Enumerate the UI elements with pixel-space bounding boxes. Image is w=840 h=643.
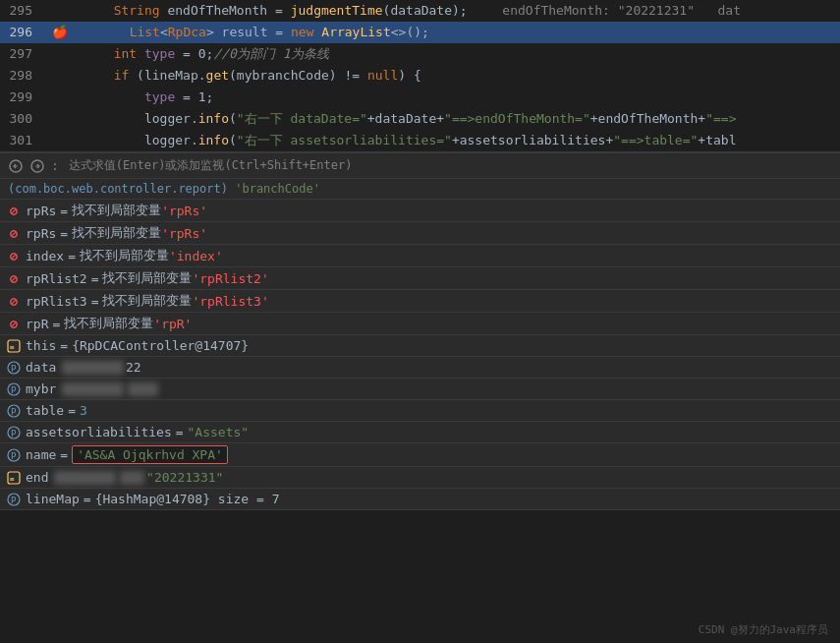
var-value-highlighted: 'AS&A Ojqkrhvd XPA' [72, 445, 228, 464]
var-row-data: P data ████████ 22 [0, 357, 840, 379]
var-row-this: ≡ this = {RpDCAController@14707} [0, 335, 840, 357]
var-name: index [26, 249, 64, 263]
line-number: 301 [0, 130, 44, 151]
var-row-rpRlist3: ⊘ rpRlist3 = 找不到局部变量 'rpRlist3' [0, 290, 840, 313]
error-icon: ⊘ [6, 203, 22, 218]
var-suffix: "20221331" [146, 470, 223, 485]
var-value: 'rpRs' [161, 226, 207, 241]
back-icon[interactable] [8, 158, 24, 174]
var-value: 'index' [169, 249, 223, 263]
var-label: 找不到局部变量 [64, 315, 153, 332]
watermark: CSDN @努力的Java程序员 [699, 622, 828, 637]
p-icon: P [6, 492, 22, 507]
var-label: 找不到局部变量 [102, 269, 192, 287]
code-line-298: 298 if (lineMap.get(mybranchCode) != nul… [0, 65, 840, 87]
code-content: String endOfTheMonth = judgmentTime(data… [44, 0, 840, 22]
blurred-value: ████████ [54, 471, 116, 485]
code-line-295: 295 String endOfTheMonth = judgmentTime(… [0, 0, 840, 22]
this-icon: ≡ [6, 338, 22, 354]
code-content: int type = 0;//0为部门 1为条线 [44, 43, 840, 65]
var-value: 'rpRlist3' [192, 294, 268, 309]
var-row-assets: P assetsorliabilities = "Assets" [0, 422, 840, 443]
context-class: (com.boc.web.controller.report) [8, 182, 228, 196]
var-name: rpRlist3 [26, 294, 87, 309]
var-equals: = [60, 447, 68, 462]
line-number: 300 [0, 108, 44, 130]
code-content: if (lineMap.get(mybranchCode) != null) { [44, 65, 840, 87]
var-value: 'rpRlist2' [192, 271, 268, 286]
p-icon: P [6, 447, 22, 463]
blurred-value: ████████ [62, 361, 124, 375]
code-line-297: 297 int type = 0;//0为部门 1为条线 [0, 43, 840, 65]
line-number: 295 [0, 0, 44, 22]
forward-icon[interactable] [29, 158, 45, 174]
var-name: name [26, 447, 56, 462]
code-content: logger.info("右一下 assetsorliabilities="+a… [44, 130, 840, 151]
line-number: 296 [0, 22, 44, 43]
code-content: type = 1; [44, 87, 840, 108]
variables-panel: ⊘ rpRs = 找不到局部变量 'rpRs' ⊘ rpRs = 找不到局部变量… [0, 200, 840, 510]
svg-text:P: P [11, 429, 17, 438]
var-label: 找不到局部变量 [72, 224, 161, 242]
var-name: data [26, 360, 56, 375]
p-icon: P [6, 403, 22, 419]
var-name: table [26, 403, 64, 418]
var-name: rpR [26, 317, 48, 331]
svg-text:P: P [11, 407, 17, 417]
line-number: 297 [0, 43, 44, 65]
error-icon: ⊘ [6, 293, 22, 309]
code-line-300: 300 logger.info("右一下 dataDate="+dataDate… [0, 108, 840, 130]
var-name: lineMap [26, 492, 80, 506]
error-icon: ⊘ [6, 248, 22, 263]
blurred-value-2: ███ [120, 471, 144, 485]
code-line-299: 299 type = 1; [0, 87, 840, 108]
var-suffix: 22 [126, 360, 141, 375]
code-content: logger.info("右一下 dataDate="+dataDate+"==… [44, 108, 840, 130]
var-row-mybr: P mybr ████████ ████ [0, 379, 840, 400]
svg-text:≡: ≡ [10, 343, 15, 352]
p-icon: P [6, 425, 22, 440]
var-equals: = [68, 403, 76, 418]
code-line-301: 301 logger.info("右一下 assetsorliabilities… [0, 130, 840, 151]
var-equals: = [60, 226, 68, 241]
this-icon: ≡ [6, 470, 22, 486]
var-label: 找不到局部变量 [80, 247, 169, 264]
var-row-name: P name = 'AS&A Ojqkrhvd XPA' [0, 443, 840, 467]
var-value: {HashMap@14708} size = 7 [95, 492, 280, 506]
var-name: rpRs [26, 226, 56, 241]
var-name: assetsorliabilities [26, 425, 172, 439]
svg-text:P: P [11, 496, 17, 505]
blurred-value-2: ████ [128, 382, 158, 396]
var-equals: = [91, 271, 99, 286]
svg-text:≡: ≡ [10, 475, 15, 484]
error-icon: ⊘ [6, 225, 22, 241]
var-row-table: P table = 3 [0, 400, 840, 422]
debug-panel: : 达式求值(Enter)或添加监视(Ctrl+Shift+Enter) (co… [0, 152, 840, 510]
var-equals: = [60, 338, 68, 353]
var-equals: = [84, 492, 91, 506]
var-row-end: ≡ end ████████ ███ "20221331" [0, 467, 840, 489]
line-number: 299 [0, 87, 44, 108]
var-row-rpRlist2: ⊘ rpRlist2 = 找不到局部变量 'rpRlist2' [0, 267, 840, 290]
var-row-linemap: P lineMap = {HashMap@14708} size = 7 [0, 489, 840, 510]
error-icon: ⊘ [6, 270, 22, 286]
var-name: rpRs [26, 204, 56, 218]
var-label: 找不到局部变量 [72, 202, 161, 219]
code-editor: 295 String endOfTheMonth = judgmentTime(… [0, 0, 840, 152]
var-row-index: ⊘ index = 找不到局部变量 'index' [0, 245, 840, 267]
line-number: 298 [0, 65, 44, 87]
code-content: 🍎 List<RpDca> result = new ArrayList<>()… [44, 22, 840, 43]
context-header: (com.boc.web.controller.report) 'branchC… [0, 179, 840, 200]
var-value: {RpDCAController@14707} [72, 338, 249, 353]
debug-hint: 达式求值(Enter)或添加监视(Ctrl+Shift+Enter) [69, 157, 353, 174]
var-equals: = [176, 425, 184, 439]
var-name: end [26, 470, 48, 485]
var-name: mybr [26, 381, 56, 396]
blurred-value: ████████ [62, 382, 124, 396]
var-equals: = [60, 204, 68, 218]
var-value: "Assets" [188, 425, 250, 439]
separator: : [51, 158, 59, 173]
var-row-rpR: ⊘ rpR = 找不到局部变量 'rpR' [0, 313, 840, 335]
debug-toolbar: : 达式求值(Enter)或添加监视(Ctrl+Shift+Enter) [0, 153, 840, 179]
context-variable: 'branchCode' [235, 182, 320, 196]
